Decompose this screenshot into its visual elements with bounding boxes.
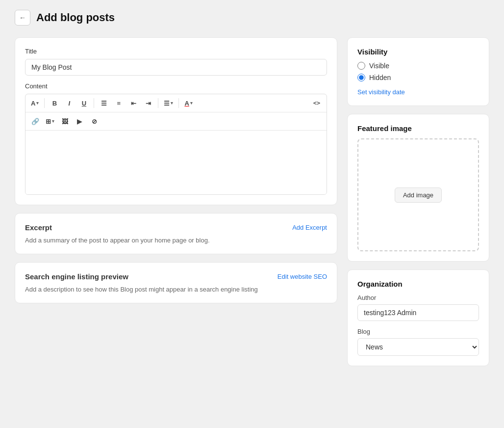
outdent-button[interactable]: ⇤ <box>126 96 140 110</box>
organization-title: Organization <box>357 280 479 288</box>
visibility-card: Visibility Visible Hidden Set visibility… <box>347 37 489 106</box>
back-button[interactable]: ← <box>15 10 30 26</box>
featured-image-card: Featured image Add image <box>347 114 489 262</box>
toolbar-divider-2 <box>94 98 94 108</box>
visible-radio[interactable] <box>357 62 365 70</box>
author-input[interactable] <box>357 304 479 321</box>
main-layout: Title Content A ▾ B I U <box>15 37 489 366</box>
author-label: Author <box>357 294 479 301</box>
align-button[interactable]: ☰ ▾ <box>161 98 176 109</box>
hidden-label: Hidden <box>369 74 391 81</box>
table-button[interactable]: ⊞ ▾ <box>43 116 57 127</box>
seo-description: Add a description to see how this Blog p… <box>25 286 327 293</box>
color-arrow-icon: ▾ <box>190 101 193 106</box>
excerpt-header: Excerpt Add Excerpt <box>25 223 327 232</box>
toolbar-row-2: 🔗 ⊞ ▾ 🖼 ▶ ⊘ <box>25 112 327 131</box>
underline-button[interactable]: U <box>77 96 91 110</box>
page-header: ← Add blog posts <box>15 10 489 26</box>
excerpt-card: Excerpt Add Excerpt Add a summary of the… <box>15 213 337 254</box>
video-button[interactable]: ▶ <box>73 114 86 128</box>
font-arrow-icon: ▾ <box>36 101 39 106</box>
visibility-radio-group: Visible Hidden <box>357 62 479 81</box>
hidden-radio[interactable] <box>357 74 365 81</box>
blog-select[interactable]: News <box>357 338 479 356</box>
visible-option[interactable]: Visible <box>357 62 479 70</box>
title-label: Title <box>25 48 327 55</box>
set-visibility-date-link[interactable]: Set visibility date <box>357 88 405 96</box>
hidden-option[interactable]: Hidden <box>357 74 479 81</box>
text-color-button[interactable]: A ▾ <box>182 98 195 109</box>
italic-button[interactable]: I <box>62 96 76 110</box>
toolbar-row-1: A ▾ B I U ☰ ≡ ⇤ ⇥ ☰ <box>25 94 327 112</box>
seo-title: Search engine listing preview <box>25 272 128 281</box>
list-ol-button[interactable]: ≡ <box>112 96 126 110</box>
organization-card: Organization Author Blog News <box>347 269 489 366</box>
title-content-card: Title Content A ▾ B I U <box>15 37 337 205</box>
edit-seo-link[interactable]: Edit website SEO <box>277 273 327 280</box>
code-button[interactable]: <> <box>310 96 324 110</box>
content-label: Content <box>25 82 327 90</box>
align-arrow-icon: ▾ <box>171 101 173 106</box>
image-button[interactable]: 🖼 <box>58 114 72 128</box>
blog-label: Blog <box>357 328 479 335</box>
toolbar-divider-4 <box>178 98 179 108</box>
toolbar-divider-1 <box>44 98 45 108</box>
seo-header: Search engine listing preview Edit websi… <box>25 272 327 281</box>
link-button[interactable]: 🔗 <box>28 114 42 128</box>
indent-button[interactable]: ⇥ <box>141 96 155 110</box>
table-arrow-icon: ▾ <box>52 119 54 124</box>
title-input[interactable] <box>25 59 327 76</box>
visible-label: Visible <box>369 62 389 70</box>
featured-image-title: Featured image <box>357 124 479 133</box>
left-column: Title Content A ▾ B I U <box>15 37 337 303</box>
list-ul-button[interactable]: ☰ <box>97 96 111 110</box>
add-image-button[interactable]: Add image <box>395 187 442 203</box>
seo-card: Search engine listing preview Edit websi… <box>15 262 337 303</box>
page-title: Add blog posts <box>36 11 115 24</box>
excerpt-title: Excerpt <box>25 223 52 232</box>
bold-button[interactable]: B <box>48 96 61 110</box>
featured-image-box[interactable]: Add image <box>357 138 479 251</box>
font-button[interactable]: A ▾ <box>28 98 41 109</box>
add-excerpt-link[interactable]: Add Excerpt <box>292 224 327 231</box>
editor-body[interactable] <box>25 131 327 194</box>
block-button[interactable]: ⊘ <box>87 114 101 128</box>
editor-wrapper: A ▾ B I U ☰ ≡ ⇤ ⇥ ☰ <box>25 94 327 195</box>
right-column: Visibility Visible Hidden Set visibility… <box>347 37 489 366</box>
visibility-title: Visibility <box>357 48 479 56</box>
excerpt-description: Add a summary of the post to appear on y… <box>25 237 327 244</box>
toolbar-divider-3 <box>158 98 158 108</box>
back-icon: ← <box>19 14 26 22</box>
